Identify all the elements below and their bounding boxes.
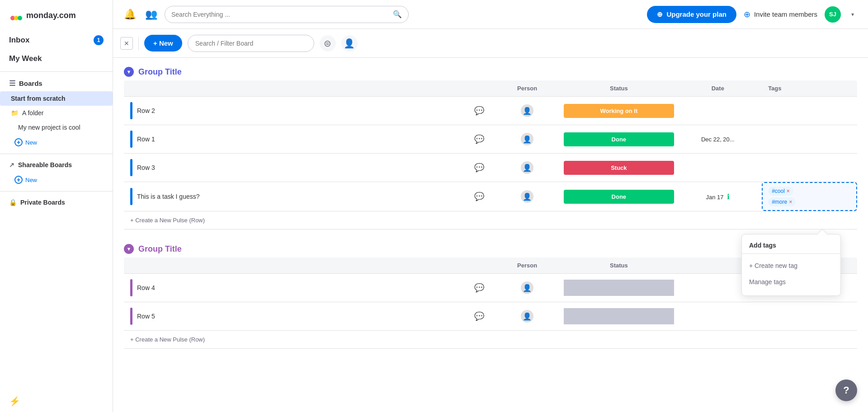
folder-icon: 📁 xyxy=(11,109,19,117)
upgrade-button[interactable]: ⊕ Upgrade your plan xyxy=(647,6,736,23)
main-content: 🔔 👥 🔍 ⊕ Upgrade your plan ⊕ Invite team … xyxy=(113,0,868,412)
topbar-right: ⊕ Upgrade your plan ⊕ Invite team member… xyxy=(647,6,857,23)
comment-icon[interactable]: 💬 xyxy=(474,106,484,116)
create-row-label2[interactable]: + Create a New Pulse (Row) xyxy=(124,331,857,348)
person-avatar[interactable]: 👤 xyxy=(521,281,533,294)
filter-input[interactable] xyxy=(195,40,286,47)
date-cell[interactable] xyxy=(674,154,762,182)
create-row[interactable]: + Create a New Pulse (Row) xyxy=(124,211,857,229)
tag-chip-more[interactable]: #more × xyxy=(768,197,796,206)
bell-icon[interactable]: 🔔 xyxy=(124,9,136,20)
person-avatar[interactable]: 👤 xyxy=(521,190,533,203)
task-cell: Row 4 💬 xyxy=(124,274,491,302)
inbox-badge: 1 xyxy=(94,35,104,45)
task-name[interactable]: This is a task I guess? xyxy=(137,193,200,200)
group1-chevron[interactable]: ▼ xyxy=(124,67,134,77)
date-cell[interactable]: Dec 22, 20... xyxy=(674,125,762,154)
group2-chevron[interactable]: ▼ xyxy=(124,244,134,254)
comment-icon[interactable]: 💬 xyxy=(474,163,484,173)
sidebar-shareable-boards[interactable]: ↗ Shareable Boards xyxy=(0,158,113,172)
share-icon: ↗ xyxy=(9,161,14,169)
table-header-row: Person Status Date Tags xyxy=(124,80,857,97)
group1-title[interactable]: Group Title xyxy=(138,67,182,77)
person-cell: 👤 xyxy=(491,274,564,302)
status-badge[interactable]: Working on It xyxy=(564,104,674,118)
comment-icon[interactable]: 💬 xyxy=(474,283,484,293)
upgrade-icon: ⊕ xyxy=(657,10,663,19)
group2-title[interactable]: Group Title xyxy=(138,244,182,254)
task-cell: This is a task I guess? 💬 xyxy=(124,182,491,211)
person-filter-icon-btn[interactable]: 👤 xyxy=(341,35,358,52)
comment-icon[interactable]: 💬 xyxy=(474,192,484,201)
comment-icon[interactable]: 💬 xyxy=(474,134,484,144)
avatar-dropdown[interactable]: ▾ xyxy=(848,6,857,23)
create-row[interactable]: + Create a New Pulse (Row) xyxy=(124,331,857,349)
filter-search[interactable] xyxy=(188,35,314,52)
task-name[interactable]: Row 2 xyxy=(137,107,155,114)
sidebar-new-button[interactable]: + New xyxy=(0,135,113,150)
tag-chip-cool[interactable]: #cool × xyxy=(768,187,793,196)
topbar-icons: 🔔 👥 xyxy=(124,9,157,20)
create-new-tag[interactable]: + Create new tag xyxy=(742,258,840,274)
invite-button[interactable]: ⊕ Invite team members xyxy=(744,9,817,19)
col-date-header: Date xyxy=(674,80,762,97)
row-color-bar xyxy=(130,159,132,176)
logo[interactable]: monday.com xyxy=(0,0,113,31)
group1-table: Person Status Date Tags Row 2 💬 xyxy=(124,80,857,229)
tag-remove-cool[interactable]: × xyxy=(787,188,790,194)
help-button[interactable]: ? xyxy=(835,379,857,401)
search-bar[interactable]: 🔍 xyxy=(165,6,409,23)
sidebar-item-start-from-scratch[interactable]: Start from scratch xyxy=(0,91,113,106)
hamburger-icon: ☰ xyxy=(9,79,15,88)
manage-tags[interactable]: Manage tags xyxy=(742,274,840,290)
people-icon[interactable]: 👥 xyxy=(145,9,157,20)
person-avatar[interactable]: 👤 xyxy=(521,104,533,117)
close-button[interactable]: ✕ xyxy=(120,37,133,50)
status-empty[interactable] xyxy=(564,308,674,324)
search-icon: 🔍 xyxy=(393,10,402,19)
col-person-header: Person xyxy=(491,80,564,97)
date-cell[interactable] xyxy=(674,302,762,331)
search-input[interactable] xyxy=(171,11,389,18)
plus-circle-icon2: + xyxy=(14,176,23,184)
task-name[interactable]: Row 5 xyxy=(137,313,155,320)
task-name[interactable]: Row 4 xyxy=(137,284,155,291)
person-avatar[interactable]: 👤 xyxy=(521,310,533,323)
comment-icon[interactable]: 💬 xyxy=(474,311,484,321)
task-cell: Row 1 💬 xyxy=(124,125,491,154)
sidebar-my-week[interactable]: My Week xyxy=(0,50,113,68)
warning-icon: ℹ xyxy=(727,193,730,201)
sidebar-new-shareable-button[interactable]: + New xyxy=(0,172,113,187)
sidebar-boards-header[interactable]: ☰ Boards xyxy=(0,75,113,91)
lightning-icon[interactable]: ⚡ xyxy=(9,396,20,407)
sidebar-inbox[interactable]: Inbox 1 xyxy=(0,31,113,50)
task-cell: Row 5 💬 xyxy=(124,302,491,331)
status-badge[interactable]: Done xyxy=(564,190,674,204)
svg-point-2 xyxy=(18,16,22,20)
sidebar: monday.com Inbox 1 My Week ☰ Boards Star… xyxy=(0,0,113,412)
create-row-label[interactable]: + Create a New Pulse (Row) xyxy=(124,211,857,229)
person-avatar[interactable]: 👤 xyxy=(521,133,533,145)
status-badge[interactable]: Done xyxy=(564,132,674,146)
status-empty[interactable] xyxy=(564,280,674,296)
filter-icon-btn[interactable]: ⊜ xyxy=(320,35,336,52)
table-row: Row 5 💬 👤 xyxy=(124,302,857,331)
tags-cell-with-tags: #cool × #more × xyxy=(762,182,857,211)
tag-remove-more[interactable]: × xyxy=(789,199,792,205)
task-name[interactable]: Row 1 xyxy=(137,136,155,143)
sidebar-item-project[interactable]: My new project is cool xyxy=(0,120,113,135)
person-avatar[interactable]: 👤 xyxy=(521,161,533,174)
task-name[interactable]: Row 3 xyxy=(137,164,155,171)
table-row: Row 2 💬 👤 Working on It xyxy=(124,97,857,125)
sidebar-folder[interactable]: 📁 A folder xyxy=(0,106,113,120)
sidebar-private-boards[interactable]: 🔒 Private Boards xyxy=(0,195,113,210)
date-cell[interactable]: Jan 17 ℹ xyxy=(674,182,762,211)
new-button[interactable]: + New xyxy=(144,35,182,52)
status-badge[interactable]: Stuck xyxy=(564,161,674,175)
lock-icon: 🔒 xyxy=(9,199,17,206)
tags-dashed-container[interactable]: #cool × #more × xyxy=(762,182,857,211)
col-task-header xyxy=(124,80,491,97)
date-cell[interactable] xyxy=(674,97,762,125)
avatar[interactable]: SJ xyxy=(825,6,841,23)
status-cell xyxy=(564,302,674,331)
